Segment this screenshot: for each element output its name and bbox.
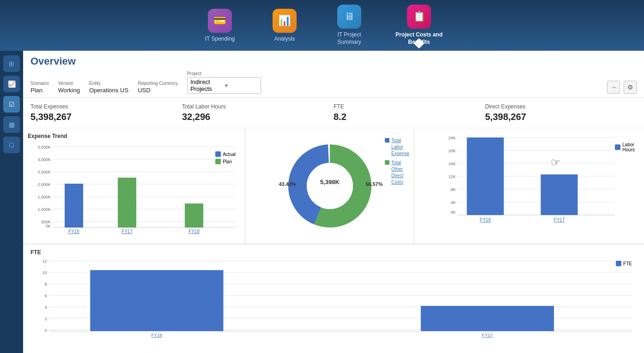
sidebar-chart-icon[interactable]: 📈 xyxy=(3,76,20,92)
direct-expenses-value: 5,398,267 xyxy=(485,112,637,122)
fy16-labor-bar xyxy=(467,138,504,215)
fte-value: 8.2 xyxy=(334,112,485,122)
it-project-summary-icon: 🖥 xyxy=(337,5,361,29)
plan-legend-swatch xyxy=(215,159,221,164)
nav-it-spending-label: IT Spending xyxy=(205,36,235,42)
version-value: Working xyxy=(58,87,79,94)
settings-button[interactable]: ⚙ xyxy=(624,81,637,94)
project-dropdown[interactable]: Indirect Projects ▼ xyxy=(187,77,261,94)
svg-text:12K: 12K xyxy=(448,174,456,179)
sidebar-check-icon[interactable]: ☑ xyxy=(3,96,20,113)
nav-analysis[interactable]: 📊 Analysis xyxy=(266,9,303,42)
project-filter[interactable]: Project Indirect Projects ▼ xyxy=(187,71,261,94)
svg-text:2,000K: 2,000K xyxy=(37,182,51,187)
donut-legend: TotalLaborExpense TotalOtherDirectCosts xyxy=(385,138,409,185)
svg-text:10: 10 xyxy=(43,270,47,275)
sidebar-table-icon[interactable]: ▦ xyxy=(3,116,20,133)
svg-text:24K: 24K xyxy=(448,136,456,140)
settings-gear-icon: ⚙ xyxy=(627,84,633,91)
main-area: ⊞ 📈 ☑ ▦ ⬡ Overview Scenario Plan Version… xyxy=(0,51,644,353)
svg-text:8K: 8K xyxy=(450,187,456,192)
expense-trend-chart: 3,500K 3,000K 2,500K 2,000K 1,500K 1,000… xyxy=(28,142,240,234)
nav-it-project-summary-label: IT ProjectSummary xyxy=(337,31,361,46)
fte-metric: FTE 8.2 xyxy=(334,103,485,122)
labor-hours-panel: 24K 20K 16K 12K 8K 4K 0K xyxy=(414,128,644,244)
total-labor-hours-metric: Total Labor Hours 32,296 xyxy=(182,103,334,122)
top-navigation: 💳 IT Spending 📊 Analysis 🖥 IT ProjectSum… xyxy=(0,0,644,51)
svg-text:FY18: FY18 xyxy=(188,229,200,234)
nav-analysis-label: Analysis xyxy=(274,36,295,42)
fy16-actual-bar xyxy=(65,184,83,227)
svg-text:2,500K: 2,500K xyxy=(37,170,51,174)
svg-text:3,500K: 3,500K xyxy=(37,145,51,150)
metrics-row: Total Expenses 5,398,267 Total Labor Hou… xyxy=(23,98,644,128)
sidebar-cube-icon[interactable]: ⬡ xyxy=(3,137,20,153)
fy17-labor-bar xyxy=(541,174,578,215)
expense-trend-legend: Actual Plan xyxy=(215,151,236,164)
svg-text:FY16: FY16 xyxy=(480,217,491,222)
filter-actions: → ⚙ xyxy=(607,81,637,94)
total-expenses-value: 5,398,267 xyxy=(30,112,182,122)
svg-text:8: 8 xyxy=(45,282,47,287)
svg-text:1,000K: 1,000K xyxy=(37,207,51,212)
filter-bar: Scenario Plan Version Working Entity Ope… xyxy=(30,71,637,97)
svg-text:FY17: FY17 xyxy=(482,333,493,338)
fte-panel: FTE 12 10 8 6 xyxy=(23,244,644,346)
actual-legend-swatch xyxy=(215,151,221,157)
fy18-plan-bar xyxy=(185,203,203,227)
svg-text:5,398K: 5,398K xyxy=(320,179,340,185)
svg-text:2: 2 xyxy=(45,317,47,321)
svg-point-21 xyxy=(307,163,353,209)
currency-label: Reporting Currency xyxy=(138,81,178,86)
legend-actual: Actual xyxy=(215,151,236,157)
dropdown-arrow-icon: ▼ xyxy=(224,83,258,88)
total-labor-hours-label: Total Labor Hours xyxy=(182,103,334,110)
nav-it-spending[interactable]: 💳 IT Spending xyxy=(201,9,238,42)
sidebar-grid-icon[interactable]: ⊞ xyxy=(3,55,20,72)
version-filter: Version Working xyxy=(58,81,79,94)
svg-text:0K: 0K xyxy=(450,210,456,215)
scenario-value: Plan xyxy=(30,87,49,94)
donut-chart: 5,398K 43.43% 56.57% xyxy=(284,140,376,232)
forward-arrow-icon: → xyxy=(610,84,617,91)
charts-grid: Expense Trend 3,500K xyxy=(23,128,644,244)
other-direct-label[interactable]: TotalOtherDirectCosts xyxy=(391,160,403,185)
other-direct-swatch xyxy=(385,160,389,165)
scenario-filter: Scenario Plan xyxy=(30,81,49,94)
labor-hours-chart: 24K 20K 16K 12K 8K 4K 0K xyxy=(419,133,639,225)
total-labor-swatch xyxy=(385,138,389,143)
fte-legend-swatch xyxy=(616,261,621,266)
donut-chart-panel: 5,398K 43.43% 56.57% TotalLaborExpense xyxy=(245,128,414,244)
legend-other-direct: TotalOtherDirectCosts xyxy=(385,160,409,185)
navigate-forward-button[interactable]: → xyxy=(607,81,620,94)
scenario-label: Scenario xyxy=(30,81,49,86)
project-dropdown-value: Indirect Projects xyxy=(190,78,224,92)
version-label: Version xyxy=(58,81,79,86)
legend-plan: Plan xyxy=(215,159,236,164)
currency-filter: Reporting Currency USD xyxy=(138,81,178,94)
nav-project-costs-label: Project Costs andBenefits xyxy=(395,31,443,46)
legend-plan-label: Plan xyxy=(223,159,232,164)
svg-text:12: 12 xyxy=(43,259,47,263)
svg-text:3,000K: 3,000K xyxy=(37,157,51,162)
fte-fy17-bar xyxy=(421,306,554,331)
total-labor-hours-value: 32,296 xyxy=(182,112,334,122)
expense-trend-panel: Expense Trend 3,500K xyxy=(23,128,245,244)
legend-total-labor: TotalLaborExpense xyxy=(385,138,409,157)
project-label: Project xyxy=(187,71,261,76)
svg-text:20K: 20K xyxy=(448,149,456,153)
fte-label: FTE xyxy=(334,103,485,110)
nav-it-project-summary[interactable]: 🖥 IT ProjectSummary xyxy=(331,5,368,46)
entity-value: Operations US xyxy=(89,87,128,94)
project-costs-benefits-icon: 📋 xyxy=(407,5,431,29)
svg-text:FY16: FY16 xyxy=(68,229,79,234)
svg-text:FY17: FY17 xyxy=(122,229,133,234)
total-labor-label[interactable]: TotalLaborExpense xyxy=(391,138,409,157)
svg-text:1,500K: 1,500K xyxy=(37,195,51,199)
total-expenses-metric: Total Expenses 5,398,267 xyxy=(30,103,182,122)
legend-actual-label: Actual xyxy=(223,152,236,157)
svg-text:0: 0 xyxy=(45,328,47,333)
fte-chart: 12 10 8 6 4 2 0 FY16 xyxy=(30,258,637,339)
nav-project-costs-benefits[interactable]: 📋 Project Costs andBenefits xyxy=(395,5,443,46)
entity-filter: Entity Operations US xyxy=(89,81,128,94)
